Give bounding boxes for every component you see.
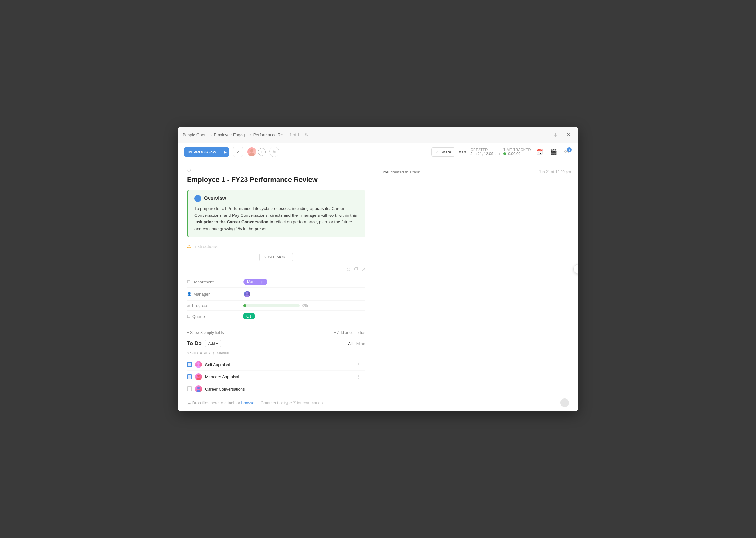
- department-value[interactable]: Marketing: [243, 279, 365, 285]
- subtask-checkbox-2[interactable]: [187, 374, 192, 379]
- subtask-checkbox-3[interactable]: [187, 386, 192, 392]
- history-icon[interactable]: ⏱: [353, 266, 358, 272]
- avatar[interactable]: [247, 147, 257, 157]
- time-tracked-info: TIME TRACKED 0:00:00: [503, 148, 531, 156]
- quarter-tag[interactable]: Q1: [243, 313, 255, 319]
- more-options-button[interactable]: •••: [459, 149, 467, 155]
- share-button[interactable]: ⤢ Share: [431, 147, 455, 157]
- subtask-drag-1[interactable]: ⋮⋮: [356, 362, 365, 367]
- subtasks-count: 3 SUBTASKS: [187, 351, 210, 355]
- subtask-name-3: Career Conversations: [205, 387, 365, 392]
- svg-point-4: [197, 362, 200, 365]
- eye-button-wrapper: 👁 1: [562, 147, 572, 157]
- close-button[interactable]: ✕: [564, 130, 573, 140]
- created-info: CREATED Jun 21, 12:09 pm: [471, 148, 500, 156]
- show-empty-fields-button[interactable]: ▾ Show 3 empty fields: [187, 330, 224, 335]
- subtask-name-1: Self Appraisal: [205, 362, 353, 367]
- progress-bar-bg: [243, 304, 300, 307]
- subtask-avatar-2: [195, 373, 202, 380]
- subtask-row: Manager Appraisal ⋮⋮: [187, 371, 365, 383]
- svg-point-9: [196, 390, 201, 392]
- browse-link[interactable]: browse: [241, 401, 254, 405]
- todo-header: To Do Add ▾ All Mine: [187, 340, 365, 347]
- see-more-container: ∨ SEE MORE: [187, 253, 365, 261]
- emoji-icon[interactable]: ☺: [346, 266, 351, 272]
- chevron-down-icon: ▾: [187, 330, 189, 335]
- svg-point-0: [250, 149, 254, 152]
- instructions-section: ⚠ Instructions ∨ SEE MORE: [187, 243, 365, 261]
- svg-point-7: [196, 378, 201, 380]
- fields-actions-row: ▾ Show 3 empty fields + Add or edit fiel…: [187, 329, 365, 337]
- complete-button[interactable]: ✓: [233, 147, 243, 157]
- activity-row: You created this task Jun 21 at 12:09 pm: [382, 167, 571, 177]
- footer-bar: ☁ Drop files here to attach or browse Co…: [178, 394, 578, 411]
- activity-text: You created this task: [382, 170, 420, 175]
- activity-date: Jun 21 at 12:09 pm: [539, 170, 571, 174]
- comment-input-area[interactable]: Comment or type '/' for commands: [261, 401, 560, 405]
- task-toolbar: IN PROGRESS ▶ ✓ + ⚑ ⤢ Share ••• CREATED …: [178, 143, 578, 161]
- progress-value[interactable]: 0%: [243, 303, 365, 308]
- manager-field: 👤 Manager: [187, 288, 365, 300]
- breadcrumb-item-3[interactable]: Performance Re...: [253, 133, 287, 137]
- breadcrumb-item-2[interactable]: Employee Engag...: [214, 133, 248, 137]
- department-tag[interactable]: Marketing: [243, 279, 267, 285]
- subtask-avatar-1: [195, 361, 202, 368]
- subtask-checkbox-1[interactable]: [187, 362, 192, 367]
- chevron-icon: ▾: [216, 341, 218, 346]
- svg-point-6: [197, 375, 200, 377]
- fullscreen-icon[interactable]: ⤢: [361, 266, 365, 272]
- add-fields-button[interactable]: + Add or edit fields: [334, 330, 365, 335]
- warning-icon: ⚠: [187, 243, 191, 249]
- calendar-icon: ☐: [187, 314, 190, 318]
- breadcrumb-sep-2: ›: [250, 133, 251, 137]
- instructions-label: Instructions: [193, 243, 218, 249]
- see-more-button[interactable]: ∨ SEE MORE: [259, 253, 293, 261]
- filter-all[interactable]: All: [348, 341, 352, 346]
- department-label: ☐ Department: [187, 280, 243, 284]
- status-dropdown-button[interactable]: ▶: [221, 147, 229, 157]
- manager-label: 👤 Manager: [187, 292, 243, 296]
- subtask-avatar-3: [195, 386, 202, 392]
- add-todo-button[interactable]: Add ▾: [205, 340, 221, 347]
- overview-heading: Overview: [204, 196, 226, 201]
- filter-mine[interactable]: Mine: [356, 341, 365, 346]
- sort-icon: ↑: [212, 351, 214, 355]
- todo-filters: All Mine: [348, 341, 365, 346]
- department-icon: ☐: [187, 280, 190, 284]
- person-icon: 👤: [187, 292, 192, 296]
- breadcrumb-item-1[interactable]: People Oper...: [183, 133, 209, 137]
- sort-label: Manual: [217, 351, 229, 355]
- manager-value[interactable]: [243, 290, 365, 298]
- overview-box: i Overview To prepare for all Performanc…: [187, 190, 365, 237]
- calendar-button[interactable]: 📅: [535, 147, 545, 157]
- editor-icons: ☺ ⏱ ⤢: [187, 266, 365, 272]
- status-button[interactable]: IN PROGRESS: [184, 147, 221, 157]
- quarter-value[interactable]: Q1: [243, 313, 365, 319]
- refresh-button[interactable]: ↻: [301, 130, 312, 140]
- fields-table: ☐ Department Marketing 👤 Manager: [187, 276, 365, 322]
- svg-point-3: [245, 295, 249, 297]
- download-button[interactable]: ⬇: [550, 130, 560, 140]
- chevron-icon: ∨: [264, 255, 267, 259]
- task-modal: People Oper... › Employee Engag... › Per…: [178, 127, 578, 411]
- subtask-drag-2[interactable]: ⋮⋮: [356, 374, 365, 379]
- add-assignee-button[interactable]: +: [258, 148, 266, 156]
- progress-icon: ≋: [187, 303, 190, 308]
- send-comment-button[interactable]: [560, 398, 569, 407]
- next-arrow-icon: ›: [577, 266, 578, 272]
- activity-feed: You created this task Jun 21 at 12:09 pm: [382, 167, 571, 177]
- video-button[interactable]: 🎬: [548, 147, 559, 157]
- svg-point-1: [249, 153, 255, 157]
- todo-section: To Do Add ▾ All Mine 3 SUBTASKS: [187, 340, 365, 394]
- svg-point-5: [196, 365, 201, 368]
- department-field: ☐ Department Marketing: [187, 276, 365, 288]
- time-dot: [503, 152, 507, 155]
- quarter-label: ☐ Quarter: [187, 314, 243, 319]
- overview-header: i Overview: [194, 195, 359, 202]
- cloud-upload-icon: ☁: [187, 401, 191, 405]
- assignee-group: +: [247, 147, 266, 157]
- right-panel: You created this task Jun 21 at 12:09 pm: [375, 161, 578, 394]
- subtasks-header: 3 SUBTASKS ↑ Manual: [187, 351, 365, 355]
- flag-button[interactable]: ⚑: [269, 147, 279, 157]
- subtask-name-2: Manager Appraisal: [205, 375, 353, 379]
